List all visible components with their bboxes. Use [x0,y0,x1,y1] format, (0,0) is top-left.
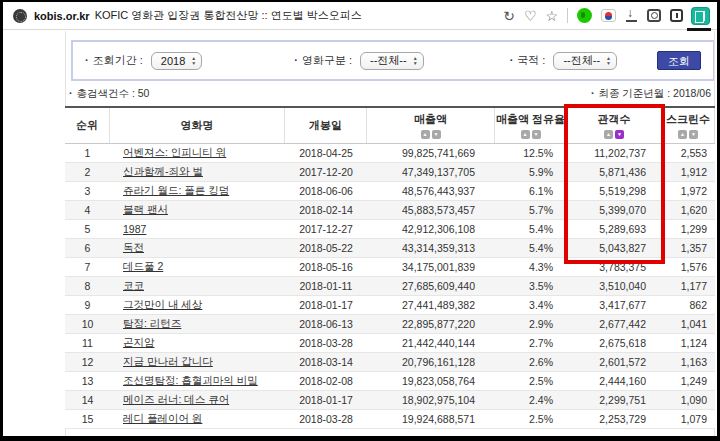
screens-cell: 1,249 [662,375,715,387]
movie-title-cell: 독전 [110,241,285,255]
movie-link[interactable]: 쥬라기 월드: 폴른 킹덤 [123,184,229,196]
revenue-share-cell: 6.1% [495,185,567,197]
rank-cell: 13 [65,375,110,387]
toolbar-divider [567,8,568,23]
movie-link[interactable]: 독전 [123,241,144,253]
header-audience: 관객수 [567,108,662,143]
revenue-share-cell: 2.6% [495,356,567,368]
screens-cell: 1,163 [662,356,715,368]
screens-cell: 2,553 [662,147,715,159]
revenue-cell: 19,823,058,764 [367,375,495,387]
one-badge-icon[interactable] [670,9,683,22]
revenue-cell: 43,314,359,313 [367,242,495,254]
rank-cell: 15 [65,413,110,425]
movie-link[interactable]: 신과함께-죄와 벌 [123,165,203,177]
screens-cell: 1,576 [662,261,715,273]
movie-link[interactable]: 레디 플레이어 원 [123,412,202,424]
green-badge-icon[interactable] [577,8,592,23]
rank-cell: 2 [65,166,110,178]
release-date-cell: 2018-03-28 [285,337,367,349]
movie-link[interactable]: 메이즈 러너: 데스 큐어 [123,393,229,405]
table-row: 10 탐정: 리턴즈 2018-06-13 22,895,877,220 2.9… [65,315,715,334]
sort-desc-icon[interactable] [532,130,541,139]
nation-select[interactable]: --전체-- ▲▼ [553,52,617,70]
movie-link[interactable]: 어벤져스: 인피니티 워 [123,146,226,158]
sort-asc-icon[interactable] [604,130,613,139]
audience-cell: 2,675,618 [567,337,662,349]
total-count-text: 총검색건수 : 50 [69,87,149,101]
movie-title-cell: 조선명탐정: 흡혈괴마의 비밀 [110,374,285,388]
screens-cell: 1,972 [662,185,715,197]
rank-cell: 8 [65,280,110,292]
rank-cell: 7 [65,261,110,273]
revenue-share-cell: 3.4% [495,299,567,311]
movie-link[interactable]: 탐정: 리턴즈 [123,317,181,329]
movie-title-cell: 신과함께-죄와 벌 [110,165,285,179]
audience-cell: 2,677,442 [567,318,662,330]
refresh-icon[interactable]: ↻ [503,8,515,24]
rank-cell: 12 [65,356,110,368]
heart-icon[interactable]: ♡ [524,8,537,24]
header-revenue: 매출액 [367,108,495,143]
period-select[interactable]: 2018 ▲▼ [151,52,202,70]
browser-toolbar-icons: ↻ ♡ ☆ [503,8,709,24]
movie-link[interactable]: 블랙 팬서 [123,203,168,215]
movie-link[interactable]: 조선명탐정: 흡혈괴마의 비밀 [123,374,258,386]
revenue-share-cell: 5.9% [495,166,567,178]
sort-desc-icon[interactable] [689,130,698,139]
sort-desc-icon-active[interactable] [615,130,624,139]
screens-cell: 862 [662,299,715,311]
sort-asc-icon[interactable] [521,130,530,139]
last-updated-text: 최종 기준년월 : 2018/06 [591,87,711,101]
movie-link[interactable]: 코코 [123,279,144,291]
revenue-cell: 27,685,609,440 [367,280,495,292]
star-icon[interactable]: ☆ [545,8,558,24]
rank-cell: 5 [65,223,110,235]
header-release-date: 개봉일 [285,108,367,143]
movie-link[interactable]: 곤지암 [123,336,155,348]
movie-type-label: 영화구분 : [294,53,352,68]
revenue-share-cell: 2.7% [495,337,567,349]
movie-link[interactable]: 지금 만나러 갑니다 [123,355,213,367]
korea-flag-icon[interactable] [601,9,616,22]
release-date-cell: 2018-06-13 [285,318,367,330]
sort-asc-icon[interactable] [678,130,687,139]
sort-desc-icon[interactable] [432,130,441,139]
revenue-share-cell: 5.4% [495,223,567,235]
active-extension-indicator [687,28,711,31]
sort-asc-icon[interactable] [421,130,430,139]
audience-cell: 11,202,737 [567,147,662,159]
table-row: 12 지금 만나러 갑니다 2018-03-14 20,796,161,128 … [65,353,715,372]
header-revenue-label: 매출액 [414,112,447,127]
audience-cell: 5,289,693 [567,223,662,235]
table-row: 15 레디 플레이어 원 2018-03-28 19,924,688,571 2… [65,410,715,429]
header-rank: 순위 [65,108,110,143]
movie-title-cell: 코코 [110,279,285,293]
download-icon[interactable] [625,9,638,22]
browser-topbar: kobis.or.kr KOFIC 영화관 입장권 통합전산망 :: 연도별 박… [3,2,717,30]
release-date-cell: 2018-01-11 [285,280,367,292]
movie-extension-icon[interactable] [692,8,709,24]
table-row: 2 신과함께-죄와 벌 2017-12-20 47,349,137,705 5.… [65,163,715,182]
table-row: 3 쥬라기 월드: 폴른 킹덤 2018-06-06 48,576,443,93… [65,182,715,201]
movie-link[interactable]: 1987 [123,223,146,235]
movie-title-cell: 쥬라기 월드: 폴른 킹덤 [110,184,285,198]
release-date-cell: 2017-12-27 [285,223,367,235]
movie-link[interactable]: 그것만이 내 세상 [123,298,202,310]
screens-cell: 1,090 [662,394,715,406]
revenue-cell: 99,825,741,669 [367,147,495,159]
movie-title-cell: 메이즈 러너: 데스 큐어 [110,393,285,407]
rank-cell: 1 [65,147,110,159]
table-row: 1 어벤져스: 인피니티 워 2018-04-25 99,825,741,669… [65,144,715,163]
screens-cell: 1,124 [662,337,715,349]
search-button[interactable]: 조회 [657,51,701,70]
screens-cell: 1,177 [662,280,715,292]
revenue-share-cell: 2.5% [495,413,567,425]
revenue-share-cell: 5.4% [495,242,567,254]
audience-cell: 3,783,375 [567,261,662,273]
camera-icon[interactable] [647,9,661,22]
movie-type-select[interactable]: --전체-- ▲▼ [360,52,424,70]
movie-link[interactable]: 데드풀 2 [123,260,163,272]
search-filter-bar: 조회기간 : 2018 ▲▼ 영화구분 : --전체-- ▲▼ 국적 : --전… [71,40,715,81]
audience-cell: 3,417,677 [567,299,662,311]
